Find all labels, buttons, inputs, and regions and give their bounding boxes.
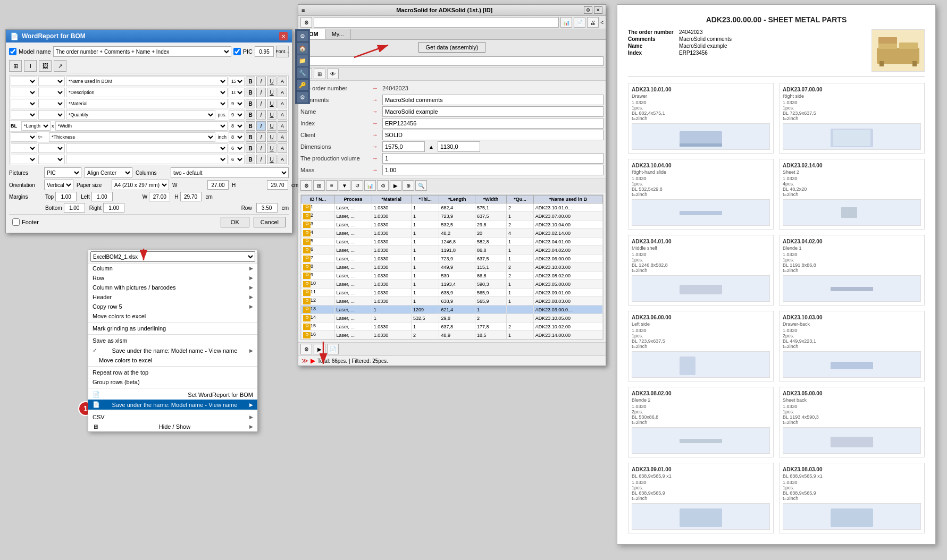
- ms-tool-settings[interactable]: ⚙: [300, 17, 312, 28]
- ms-input-index[interactable]: [382, 118, 604, 129]
- field-name-8[interactable]: [66, 155, 228, 164]
- ms-bom-btn-7[interactable]: ⚙: [377, 180, 389, 191]
- field-size-8[interactable]: 6: [229, 155, 245, 164]
- field-width-5[interactable]: *Width: [55, 121, 228, 131]
- field-name-7[interactable]: [66, 143, 228, 153]
- ctx-save-model-name-2[interactable]: 📄 Save under the name: Model name - View…: [88, 400, 257, 410]
- h-input[interactable]: [267, 180, 288, 190]
- field-type-2[interactable]: [38, 88, 65, 97]
- under-7[interactable]: U: [267, 143, 276, 153]
- field-type-3[interactable]: [38, 99, 65, 108]
- bold-4[interactable]: B: [246, 110, 255, 120]
- field-length-5[interactable]: *Length: [21, 121, 51, 131]
- ctx-csv[interactable]: CSV ▶: [88, 412, 257, 422]
- ctx-mark-grinding[interactable]: Mark grinding as underlining: [88, 324, 257, 333]
- under-8[interactable]: U: [267, 155, 276, 164]
- paper-size-select[interactable]: A4 (210 x 297 mm): [112, 180, 169, 190]
- italic-3[interactable]: I: [256, 99, 266, 108]
- align-6[interactable]: A: [278, 132, 287, 142]
- pictures-select[interactable]: PIC: [44, 167, 81, 178]
- bold-1[interactable]: B: [246, 77, 255, 86]
- columns-select[interactable]: two - default: [171, 167, 289, 178]
- field-name-2[interactable]: *Description: [66, 88, 228, 97]
- field-name-6[interactable]: *Thickness: [49, 132, 215, 142]
- under-4[interactable]: U: [267, 110, 276, 120]
- table-row[interactable]: ⚙1 Laser, ... 1.0330 1 682,4 575,1 2 ADK…: [301, 203, 603, 212]
- ctx-group-rows[interactable]: Group rows (beta): [88, 377, 257, 387]
- align-2[interactable]: A: [278, 88, 287, 97]
- field-prefix-4[interactable]: [11, 110, 37, 120]
- table-row[interactable]: ⚙7 Laser, ... 1.0330 1 723,9 637,5 1 ADK…: [301, 254, 603, 263]
- under-2[interactable]: U: [267, 88, 276, 97]
- ms-bom-excel-2[interactable]: 📊: [364, 180, 376, 191]
- table-row[interactable]: ⚙14 Laser, ... 1 532,5 29,8 2 ADK23.10.0…: [301, 314, 603, 323]
- ms-input-comments[interactable]: [382, 95, 604, 105]
- field-size-3[interactable]: 9: [229, 99, 245, 108]
- side-icon-5[interactable]: 🔑: [296, 79, 309, 91]
- pic-checkbox[interactable]: [233, 48, 241, 55]
- field-type-8[interactable]: [38, 155, 65, 164]
- field-name-4[interactable]: *Quantity: [66, 110, 215, 120]
- ms-table-btn[interactable]: ⊞: [314, 69, 325, 79]
- table-row[interactable]: ⚙16 Laser, ... 1.0330 2 48,9 18,5 1 ADK2…: [301, 331, 603, 340]
- under-6[interactable]: U: [267, 132, 276, 142]
- bold-6[interactable]: B: [246, 132, 255, 142]
- footer-checkbox[interactable]: [12, 218, 20, 226]
- align-7[interactable]: A: [278, 143, 287, 153]
- ms-bottom-btn-1[interactable]: ⚙: [300, 344, 312, 354]
- ms-bottom-btn-3[interactable]: 📄: [327, 344, 339, 354]
- ms-close-btn[interactable]: ✕: [594, 6, 602, 14]
- field-size-2[interactable]: 10: [229, 88, 245, 97]
- table-row[interactable]: ⚙13 Laser, ... 1 1209 621,4 1 ADK23.03.0…: [301, 306, 603, 314]
- right-input[interactable]: [103, 203, 124, 213]
- field-prefix-6[interactable]: [11, 132, 37, 142]
- side-icon-2[interactable]: 🏠: [296, 43, 309, 54]
- ctx-column[interactable]: Column ▶: [88, 264, 257, 273]
- ms-tool-excel[interactable]: 📊: [560, 17, 572, 28]
- ms-get-data-btn[interactable]: Get data (assembly): [418, 42, 485, 53]
- align-1[interactable]: A: [278, 77, 287, 86]
- ctx-set-wordreport[interactable]: 📄 Set WordReport for BOM: [88, 389, 257, 400]
- ms-input-mass[interactable]: [382, 165, 604, 175]
- ms-input-production[interactable]: [382, 153, 604, 164]
- table-row[interactable]: ⚙3 Laser, ... 1.0330 1 532,5 29,8 2 ADK2…: [301, 220, 603, 229]
- align-select[interactable]: Align Center: [85, 167, 132, 178]
- table-row[interactable]: ⚙4 Laser, ... 1.0330 1 48,2 20 4 ADK23.0…: [301, 229, 603, 237]
- side-icon-3[interactable]: 📁: [296, 55, 309, 66]
- italic-2[interactable]: I: [256, 88, 266, 97]
- orientation-select[interactable]: Vertical: [44, 180, 73, 190]
- arrow-btn[interactable]: ↗: [54, 60, 66, 72]
- ms-input-dimensions1[interactable]: [382, 141, 425, 152]
- ctx-save-model-name-1[interactable]: ✓ Save under the name: Model name - View…: [88, 345, 257, 355]
- ok-button[interactable]: OK: [221, 217, 249, 227]
- ms-input-name[interactable]: [382, 106, 604, 117]
- field-type-1[interactable]: [38, 77, 65, 86]
- model-name-select[interactable]: The order number + Comments + Name + Ind…: [53, 46, 231, 57]
- dialog-close-button[interactable]: ✕: [279, 32, 288, 40]
- model-name-checkbox[interactable]: [9, 48, 16, 55]
- ms-bom-search-2[interactable]: 🔍: [415, 180, 427, 191]
- field-prefix-8[interactable]: [11, 155, 37, 164]
- w-input[interactable]: [207, 180, 229, 190]
- align-5[interactable]: A: [278, 121, 287, 131]
- table-row[interactable]: ⚙10 Laser, ... 1.0330 1 1193,4 590,3 1 A…: [301, 280, 603, 289]
- field-size-1[interactable]: 12: [229, 77, 245, 86]
- italic-6[interactable]: I: [256, 132, 266, 142]
- italic-4[interactable]: I: [256, 110, 266, 120]
- ms-input-dimensions2[interactable]: [438, 141, 480, 152]
- ms-bom-btn-8[interactable]: ▶: [390, 180, 401, 191]
- side-icon-4[interactable]: 🔧: [296, 67, 309, 79]
- ms-tab-my[interactable]: My...: [325, 29, 351, 39]
- w-input2[interactable]: [149, 192, 170, 201]
- ms-bom-filter[interactable]: ▼: [339, 180, 350, 191]
- ms-filter-input[interactable]: [300, 56, 604, 66]
- ms-bom-sort[interactable]: ≡: [326, 180, 338, 191]
- grid-icon-btn[interactable]: ⊞: [9, 60, 22, 72]
- image-btn[interactable]: 🖼: [39, 60, 52, 72]
- cancel-button[interactable]: Cancel: [254, 217, 286, 227]
- ms-settings-btn[interactable]: ⚙: [584, 6, 592, 14]
- h-input2[interactable]: [180, 192, 202, 201]
- excel-file-select[interactable]: ExcelBOM2_1.xlsx: [90, 251, 255, 262]
- bottom-input[interactable]: [64, 203, 85, 213]
- field-size-7[interactable]: 6: [229, 143, 245, 153]
